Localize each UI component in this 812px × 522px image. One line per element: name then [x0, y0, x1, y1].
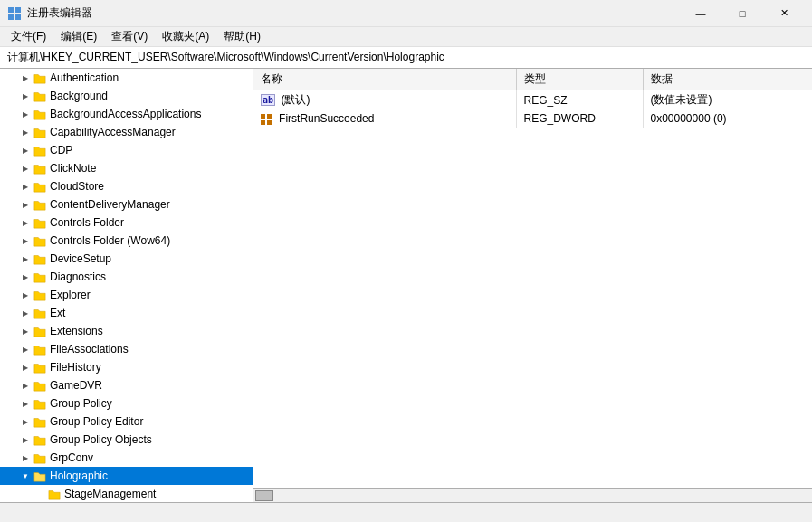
- tree-item-grouppolicy[interactable]: Group Policy: [0, 394, 253, 413]
- tree-label-devicesetup: DeviceSetup: [50, 252, 111, 265]
- cell-type-default: REG_SZ: [516, 90, 643, 110]
- expand-icon-grouppolicy[interactable]: [18, 396, 33, 411]
- folder-icon-filehistory: [33, 360, 47, 375]
- expand-icon-controlsfolder[interactable]: [18, 215, 33, 230]
- expand-icon-grpconv[interactable]: [18, 451, 33, 465]
- tree-item-gamedvr[interactable]: GameDVR: [0, 376, 253, 394]
- expand-icon-filehistory[interactable]: [18, 360, 33, 375]
- col-header-type[interactable]: 类型: [516, 69, 643, 90]
- svg-rect-4: [261, 114, 265, 119]
- tree-item-background[interactable]: Background: [0, 87, 253, 105]
- svg-rect-6: [261, 120, 265, 125]
- tree-item-contentdelivery[interactable]: ContentDeliveryManager: [0, 195, 253, 214]
- folder-icon-background: [33, 89, 47, 103]
- folder-icon-fileassociations: [33, 342, 47, 356]
- menu-edit[interactable]: 编辑(E): [53, 27, 104, 46]
- folder-icon-cdp: [33, 143, 47, 157]
- expand-icon-diagnostics[interactable]: [18, 270, 33, 284]
- tree-item-holographic[interactable]: Holographic: [0, 467, 253, 485]
- tree-item-grouppolicyeditor[interactable]: Group Policy Editor: [0, 413, 253, 431]
- expand-icon-cloudstore[interactable]: [18, 179, 33, 194]
- expand-icon-background[interactable]: [18, 89, 33, 103]
- svg-rect-3: [15, 14, 21, 20]
- tree-label-clicknote: ClickNote: [50, 162, 96, 175]
- tree-item-capabilityaccess[interactable]: CapabilityAccessManager: [0, 123, 253, 141]
- table-row[interactable]: ab (默认) REG_SZ (数值未设置): [253, 90, 812, 110]
- svg-rect-2: [8, 14, 14, 20]
- minimize-button[interactable]: —: [680, 0, 721, 27]
- expand-icon-bgaccessapps[interactable]: [18, 107, 33, 121]
- values-table-container[interactable]: 名称 类型 数据 ab (默认) REG_SZ (数值未设置): [253, 69, 812, 488]
- menu-file[interactable]: 文件(F): [4, 27, 53, 46]
- expand-icon-devicesetup[interactable]: [18, 252, 33, 266]
- tree-item-diagnostics[interactable]: Diagnostics: [0, 268, 253, 286]
- cell-data-default: (数值未设置): [643, 90, 812, 110]
- tree-label-gamedvr: GameDVR: [50, 379, 102, 392]
- tree-item-explorer[interactable]: Explorer: [0, 286, 253, 304]
- expand-icon-grouppolicyeditor[interactable]: [18, 414, 33, 429]
- folder-icon-bgaccessapps: [33, 107, 47, 121]
- tree-label-fileassociations: FileAssociations: [50, 343, 129, 356]
- folder-icon-controlsfolder: [33, 215, 47, 230]
- menu-favorites[interactable]: 收藏夹(A): [155, 27, 216, 46]
- expand-icon-gamedvr[interactable]: [18, 378, 33, 393]
- expand-icon-cdp[interactable]: [18, 143, 33, 157]
- col-header-data[interactable]: 数据: [643, 69, 812, 90]
- cell-name-firstrun: FirstRunSucceeded: [253, 109, 516, 128]
- title-bar: 注册表编辑器 — □ ✕: [0, 0, 812, 27]
- tree-item-cdp[interactable]: CDP: [0, 141, 253, 159]
- tree-label-grouppolicyobjects: Group Policy Objects: [50, 433, 152, 446]
- tree-item-grpconv[interactable]: GrpConv: [0, 449, 253, 467]
- tree-item-devicesetup[interactable]: DeviceSetup: [0, 250, 253, 268]
- expand-icon-holographic[interactable]: [18, 469, 33, 483]
- tree-label-capabilityaccess: CapabilityAccessManager: [50, 126, 176, 138]
- folder-icon-contentdelivery: [33, 197, 47, 212]
- expand-icon-authentication[interactable]: [18, 71, 33, 85]
- tree-item-authentication[interactable]: Authentication: [0, 69, 253, 87]
- tree-item-filehistory[interactable]: FileHistory: [0, 358, 253, 376]
- tree-label-explorer: Explorer: [50, 289, 91, 301]
- tree-label-extensions: Extensions: [50, 325, 103, 337]
- expand-icon-clicknote[interactable]: [18, 161, 33, 176]
- expand-icon-ext[interactable]: [18, 306, 33, 320]
- expand-icon-extensions[interactable]: [18, 324, 33, 338]
- maximize-button[interactable]: □: [721, 0, 763, 27]
- tree-item-fileassociations[interactable]: FileAssociations: [0, 340, 253, 358]
- tree-label-holographic: Holographic: [50, 470, 108, 482]
- menu-help[interactable]: 帮助(H): [216, 27, 268, 46]
- tree-item-extensions[interactable]: Extensions: [0, 322, 253, 340]
- expand-icon-explorer[interactable]: [18, 288, 33, 302]
- expand-icon-fileassociations[interactable]: [18, 342, 33, 356]
- folder-icon-holographic: [33, 469, 47, 483]
- close-button[interactable]: ✕: [763, 0, 805, 27]
- tree-item-bgaccessapps[interactable]: BackgroundAccessApplications: [0, 105, 253, 123]
- menu-view[interactable]: 查看(V): [104, 27, 155, 46]
- tree-item-clicknote[interactable]: ClickNote: [0, 159, 253, 177]
- table-row[interactable]: FirstRunSucceeded REG_DWORD 0x00000000 (…: [253, 109, 812, 128]
- svg-rect-1: [15, 7, 21, 13]
- folder-icon-ext: [33, 306, 47, 320]
- values-table: 名称 类型 数据 ab (默认) REG_SZ (数值未设置): [253, 69, 812, 128]
- col-header-name[interactable]: 名称: [253, 69, 516, 90]
- expand-icon-grouppolicyobjects[interactable]: [18, 432, 33, 447]
- tree-content[interactable]: Authentication Background BackgroundAcce…: [0, 69, 253, 502]
- tree-label-stagemanagement: StageManagement: [64, 488, 156, 500]
- tree-item-stagemanagement[interactable]: StageManagement: [0, 485, 253, 502]
- expand-icon-contentdelivery[interactable]: [18, 197, 33, 212]
- horizontal-scrollbar[interactable]: [253, 488, 812, 502]
- tree-item-controlsfolder[interactable]: Controls Folder: [0, 214, 253, 232]
- expand-icon-capabilityaccess[interactable]: [18, 125, 33, 139]
- registry-values-panel: 名称 类型 数据 ab (默认) REG_SZ (数值未设置): [253, 69, 812, 502]
- expand-icon-controlsfolderwow[interactable]: [18, 233, 33, 248]
- app-icon: [7, 6, 22, 21]
- tree-item-cloudstore[interactable]: CloudStore: [0, 177, 253, 195]
- folder-icon-gamedvr: [33, 378, 47, 393]
- tree-item-controlsfolderwow[interactable]: Controls Folder (Wow64): [0, 232, 253, 250]
- tree-label-grouppolicyeditor: Group Policy Editor: [50, 415, 143, 428]
- tree-label-cloudstore: CloudStore: [50, 180, 104, 193]
- tree-item-grouppolicyobjects[interactable]: Group Policy Objects: [0, 431, 253, 449]
- tree-item-ext[interactable]: Ext: [0, 304, 253, 322]
- folder-icon-cloudstore: [33, 179, 47, 194]
- address-path[interactable]: 计算机\HKEY_CURRENT_USER\Software\Microsoft…: [7, 50, 444, 65]
- table-header-row: 名称 类型 数据: [253, 69, 812, 90]
